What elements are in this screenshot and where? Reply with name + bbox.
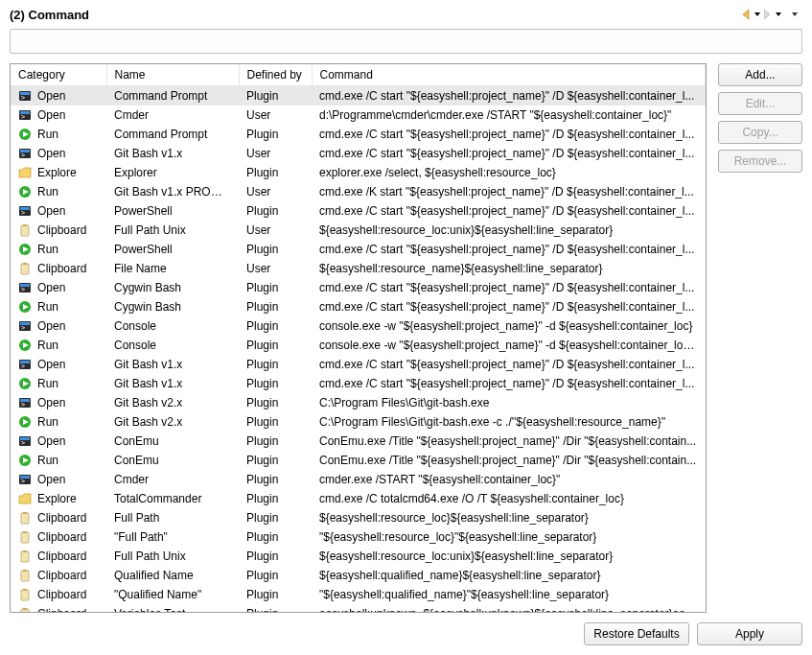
play-icon	[18, 415, 32, 429]
category-label: Run	[37, 128, 58, 141]
column-header-command[interactable]: Command	[312, 64, 706, 86]
name-cell: PowerShell	[106, 201, 239, 221]
command-cell: cmd.exe /C totalcmd64.exe /O /T ${easysh…	[312, 489, 706, 508]
command-table[interactable]: Category Name Defined by Command >_OpenC…	[10, 63, 707, 613]
table-row[interactable]: RunConEmuPluginConEmu.exe /Title "${easy…	[11, 451, 706, 470]
add-button[interactable]: Add...	[718, 63, 802, 86]
view-menu-button[interactable]	[785, 6, 802, 23]
category-label: Open	[37, 89, 65, 103]
command-cell: explorer.exe /select, ${easyshell:resour…	[312, 163, 706, 182]
svg-rect-17	[21, 264, 29, 274]
defined-by-cell: User	[239, 105, 312, 125]
play-icon	[18, 128, 32, 141]
terminal-icon: >_	[18, 473, 32, 486]
clipboard-icon	[18, 262, 32, 275]
name-cell: Git Bash v1.x	[106, 374, 239, 393]
name-cell: Full Path	[106, 508, 239, 527]
folder-icon	[18, 166, 32, 179]
defined-by-cell: Plugin	[239, 297, 312, 316]
command-cell: cmd.exe /C start "${easyshell:project_na…	[312, 355, 706, 374]
category-label: Run	[37, 339, 58, 352]
nav-forward-button[interactable]	[764, 6, 781, 23]
name-cell: "Qualified Name"	[106, 585, 239, 604]
command-cell: "${easyshell:resource_loc}"${easyshell:l…	[312, 527, 706, 547]
table-row[interactable]: >_OpenCmderPlugincmder.exe /START "${eas…	[11, 470, 706, 489]
column-header-defined-by[interactable]: Defined by	[239, 64, 312, 86]
table-row[interactable]: ClipboardFull PathPlugin${easyshell:reso…	[11, 508, 706, 527]
nav-back-button[interactable]	[743, 6, 760, 23]
svg-rect-53	[23, 608, 27, 610]
table-row[interactable]: >_OpenGit Bash v2.xPluginC:\Program File…	[11, 393, 706, 412]
command-cell: console.exe -w "${easyshell:project_name…	[312, 316, 706, 336]
name-cell: Cmder	[106, 470, 239, 489]
defined-by-cell: Plugin	[239, 393, 312, 412]
command-cell: cmd.exe /C start "${easyshell:project_na…	[312, 240, 706, 259]
copy-button[interactable]: Copy...	[718, 121, 802, 144]
command-cell: cmd.exe /C start "${easyshell:project_na…	[312, 278, 706, 297]
name-cell: TotalCommander	[106, 489, 239, 508]
defined-by-cell: Plugin	[239, 374, 312, 393]
command-cell: console.exe -w "${easyshell:project_name…	[312, 336, 706, 355]
name-cell: Git Bash v1.x PROMPT	[106, 182, 239, 201]
table-row[interactable]: Clipboard"Qualified Name"Plugin"${easysh…	[11, 585, 706, 604]
table-row[interactable]: RunCommand PromptPlugincmd.exe /C start …	[11, 125, 706, 144]
command-cell: C:\Program Files\Git\git-bash.exe -c ./'…	[312, 412, 706, 432]
table-row[interactable]: ClipboardVariables TestPlugineasyshell:u…	[11, 604, 706, 614]
edit-button[interactable]: Edit...	[718, 92, 802, 115]
defined-by-cell: Plugin	[239, 163, 312, 182]
command-cell: ${easyshell:resource_name}${easyshell:li…	[312, 259, 706, 278]
table-row[interactable]: RunConsolePluginconsole.exe -w "${easysh…	[11, 336, 706, 355]
terminal-icon: >_	[18, 434, 32, 448]
category-label: Clipboard	[37, 530, 86, 544]
table-row[interactable]: >_OpenConsolePluginconsole.exe -w "${eas…	[11, 316, 706, 336]
table-row[interactable]: ClipboardQualified NamePlugin${easyshell…	[11, 566, 706, 585]
defined-by-cell: Plugin	[239, 527, 312, 547]
table-row[interactable]: >_OpenCygwin BashPlugincmd.exe /C start …	[11, 278, 706, 297]
table-row[interactable]: >_OpenCommand PromptPlugincmd.exe /C sta…	[11, 86, 706, 105]
defined-by-cell: Plugin	[239, 432, 312, 451]
name-cell: Git Bash v2.x	[106, 412, 239, 432]
restore-defaults-button[interactable]: Restore Defaults	[584, 622, 689, 645]
apply-button[interactable]: Apply	[697, 622, 802, 645]
table-row[interactable]: RunCygwin BashPlugincmd.exe /C start "${…	[11, 297, 706, 316]
table-row[interactable]: Clipboard"Full Path"Plugin"${easyshell:r…	[11, 527, 706, 547]
svg-rect-15	[23, 224, 27, 226]
name-cell: File Name	[106, 259, 239, 278]
command-cell: "${easyshell:qualified_name}"${easyshell…	[312, 585, 706, 604]
category-label: Open	[37, 108, 65, 122]
table-row[interactable]: >_OpenConEmuPluginConEmu.exe /Title "${e…	[11, 432, 706, 451]
table-row[interactable]: RunGit Bash v1.x PROMPTUsercmd.exe /K st…	[11, 182, 706, 201]
terminal-icon: >_	[18, 147, 32, 160]
play-icon	[18, 339, 32, 352]
table-row[interactable]: ExploreExplorerPluginexplorer.exe /selec…	[11, 163, 706, 182]
defined-by-cell: Plugin	[239, 125, 312, 144]
name-cell: Full Path Unix	[106, 221, 239, 240]
column-header-category[interactable]: Category	[11, 64, 106, 86]
clipboard-icon	[18, 569, 32, 582]
table-row[interactable]: ClipboardFull Path UnixUser${easyshell:r…	[11, 221, 706, 240]
defined-by-cell: Plugin	[239, 240, 312, 259]
command-cell: d:\Programme\cmder\cmder.exe /START "${e…	[312, 105, 706, 125]
remove-button[interactable]: Remove...	[718, 150, 802, 173]
table-row[interactable]: RunGit Bash v2.xPluginC:\Program Files\G…	[11, 412, 706, 432]
table-row[interactable]: >_OpenPowerShellPlugincmd.exe /C start "…	[11, 201, 706, 221]
table-row[interactable]: RunGit Bash v1.xPlugincmd.exe /C start "…	[11, 374, 706, 393]
table-row[interactable]: ClipboardFile NameUser${easyshell:resour…	[11, 259, 706, 278]
table-row[interactable]: RunPowerShellPlugincmd.exe /C start "${e…	[11, 240, 706, 259]
svg-rect-51	[23, 589, 27, 591]
table-row[interactable]: >_OpenGit Bash v1.xUsercmd.exe /C start …	[11, 144, 706, 163]
table-row[interactable]: ExploreTotalCommanderPlugincmd.exe /C to…	[11, 489, 706, 508]
terminal-icon: >_	[18, 108, 32, 122]
command-cell: ${easyshell:resource_loc:unix}${easyshel…	[312, 547, 706, 566]
name-cell: ConEmu	[106, 432, 239, 451]
table-row[interactable]: >_OpenCmderUserd:\Programme\cmder\cmder.…	[11, 105, 706, 125]
column-header-name[interactable]: Name	[106, 64, 239, 86]
command-cell: ${easyshell:resource_loc}${easyshell:lin…	[312, 508, 706, 527]
table-row[interactable]: >_OpenGit Bash v1.xPlugincmd.exe /C star…	[11, 355, 706, 374]
table-row[interactable]: ClipboardFull Path UnixPlugin${easyshell…	[11, 547, 706, 566]
defined-by-cell: Plugin	[239, 278, 312, 297]
defined-by-cell: Plugin	[239, 201, 312, 221]
svg-text:>_: >_	[21, 286, 30, 293]
svg-text:>_: >_	[21, 401, 30, 409]
play-icon	[18, 300, 32, 314]
